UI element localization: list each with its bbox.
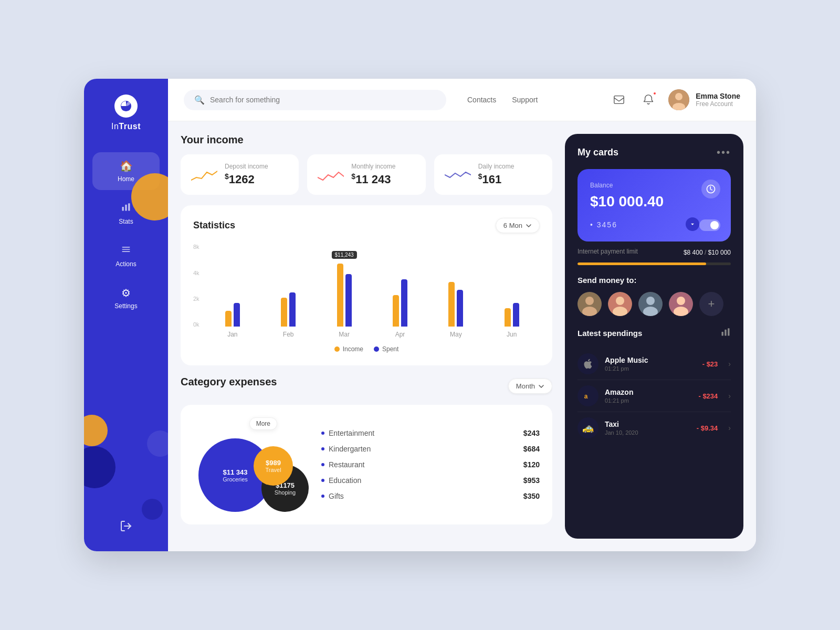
app-container: InTrust 🏠 Home Stats — [84, 79, 756, 551]
bar-feb-income — [281, 298, 287, 327]
spending-amount-amazon: - $234 — [698, 392, 718, 400]
expense-item-education: Education $953 — [321, 476, 540, 485]
label-apr: Apr — [372, 331, 428, 338]
notification-icon[interactable] — [639, 90, 658, 109]
spending-name-apple: Apple Music — [605, 356, 696, 364]
spending-arrow-amazon: › — [728, 392, 731, 400]
apple-icon — [578, 353, 598, 374]
home-icon: 🏠 — [120, 160, 133, 172]
contact-3[interactable] — [638, 292, 663, 316]
monthly-label: Monthly income — [351, 163, 395, 170]
latest-spendings: Latest spendings — [578, 327, 731, 444]
cards-title: My cards — [578, 147, 618, 158]
add-contact-button[interactable]: + — [699, 292, 723, 316]
chart-legend: Income Spent — [193, 345, 540, 353]
deposit-label: Deposit income — [225, 163, 268, 170]
bubble-travel: $989 Travel — [254, 446, 293, 486]
spending-amount-taxi: - $9.34 — [697, 424, 718, 432]
spendings-chart-icon[interactable] — [720, 327, 731, 340]
spending-date-apple: 01:21 pm — [605, 365, 696, 372]
expense-amount-kindergarten: $684 — [523, 445, 540, 453]
logo-text: InTrust — [111, 122, 141, 131]
monthly-chart — [318, 167, 344, 183]
nav-contacts[interactable]: Contacts — [467, 96, 496, 104]
card-balance: $10 000.40 — [590, 193, 718, 210]
sidebar-item-settings[interactable]: ⚙ Settings — [92, 279, 160, 317]
deposit-amount: $1262 — [225, 172, 268, 186]
bubble-more[interactable]: More — [249, 417, 277, 430]
svg-rect-25 — [724, 330, 726, 336]
progress-fill — [578, 262, 706, 265]
income-title: Your income — [181, 134, 552, 146]
contact-2[interactable] — [608, 292, 632, 316]
spending-arrow-apple: › — [728, 360, 731, 368]
bar-may-income — [448, 282, 455, 327]
spendings-title: Latest spendings — [578, 329, 642, 338]
search-input[interactable] — [210, 96, 436, 104]
actions-icon — [121, 244, 131, 257]
left-panel: Your income Deposit income $1262 — [181, 134, 552, 539]
expense-item-gifts: Gifts $350 — [321, 492, 540, 500]
expense-name-restaurant: Restaurant — [321, 460, 364, 469]
search-bar[interactable]: 🔍 — [184, 90, 446, 110]
amazon-icon: a — [578, 385, 598, 406]
svg-rect-1 — [122, 207, 124, 211]
limit-label: Internet payment limit — [578, 248, 638, 255]
period-selector[interactable]: 6 Mon — [496, 218, 540, 233]
statistics-card: Statistics 6 Mon 8k 4k 2k 0k — [181, 205, 552, 365]
category-period-selector[interactable]: Month — [508, 379, 552, 394]
header-nav: Contacts Support — [467, 96, 538, 104]
bar-jun-income — [505, 308, 511, 327]
bar-mar-spent — [345, 274, 352, 327]
spending-date-taxi: Jan 10, 2020 — [605, 429, 690, 436]
deposit-chart — [191, 167, 217, 183]
cards-panel: My cards ••• Balance $10 000.40 — [565, 134, 743, 539]
expense-amount-gifts: $350 — [523, 492, 540, 500]
cards-more-button[interactable]: ••• — [717, 146, 731, 159]
spending-item-taxi[interactable]: 🚕 Taxi Jan 10, 2020 - $9.34 › — [578, 412, 731, 444]
nav-support[interactable]: Support — [512, 96, 538, 104]
expense-name-education: Education — [321, 476, 361, 485]
payment-limit: Internet payment limit $8 400 / $10 000 — [578, 248, 731, 265]
logo: InTrust — [111, 94, 141, 131]
svg-rect-2 — [125, 205, 127, 211]
bar-mar-income — [337, 264, 343, 327]
stats-icon — [121, 202, 131, 215]
bar-apr — [372, 279, 428, 327]
content-area: Your income Deposit income $1262 — [168, 121, 756, 551]
label-may: May — [428, 331, 484, 338]
legend-income: Income — [334, 345, 363, 353]
expense-name-kindergarten: Kindergarten — [321, 445, 371, 453]
contacts-row: + — [578, 292, 731, 316]
expense-name-entertainment: Entertainment — [321, 429, 374, 437]
sidebar: InTrust 🏠 Home Stats — [84, 79, 168, 551]
settings-icon: ⚙ — [121, 287, 131, 299]
contact-1[interactable] — [578, 292, 602, 316]
sidebar-label-settings: Settings — [114, 302, 137, 310]
svg-point-16 — [616, 297, 624, 305]
sidebar-item-actions[interactable]: Actions — [92, 237, 160, 275]
expense-amount-education: $953 — [523, 476, 540, 485]
card-dropdown[interactable] — [686, 217, 699, 231]
cards-header: My cards ••• — [578, 146, 731, 159]
spending-arrow-taxi: › — [728, 424, 731, 432]
legend-dot-income — [334, 346, 340, 352]
contact-4[interactable] — [669, 292, 693, 316]
logo-icon — [114, 94, 138, 118]
mail-icon[interactable] — [610, 90, 628, 109]
bar-apr-income — [393, 295, 399, 327]
spending-date-amazon: 01:21 pm — [605, 397, 692, 404]
spending-item-apple[interactable]: Apple Music 01:21 pm - $23 › — [578, 348, 731, 380]
spendings-header: Latest spendings — [578, 327, 731, 340]
credit-card: Balance $10 000.40 • 3456 — [578, 169, 731, 242]
logout-button[interactable] — [120, 520, 132, 536]
bar-may — [428, 282, 484, 327]
svg-rect-6 — [122, 251, 130, 252]
expense-item-restaurant: Restaurant $120 — [321, 460, 540, 469]
label-jun: Jun — [484, 331, 540, 338]
right-panel: My cards ••• Balance $10 000.40 — [565, 134, 743, 539]
card-toggle[interactable] — [699, 219, 720, 231]
taxi-icon: 🚕 — [578, 417, 598, 438]
user-info[interactable]: Emma Stone Free Account — [668, 89, 740, 110]
spending-item-amazon[interactable]: a Amazon 01:21 pm - $234 › — [578, 380, 731, 412]
